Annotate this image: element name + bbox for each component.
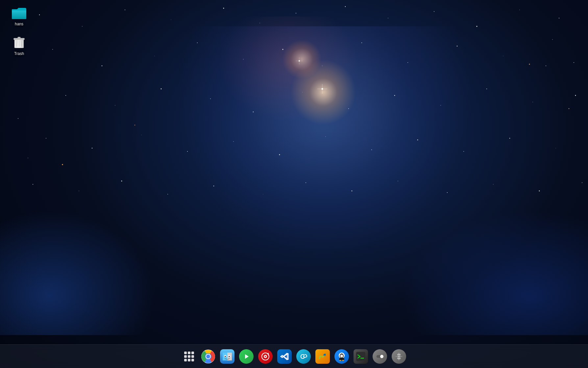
svg-point-72 [552, 39, 553, 40]
svg-point-45 [417, 140, 418, 141]
svg-point-19 [322, 66, 322, 66]
svg-point-55 [306, 182, 306, 183]
svg-point-48 [555, 148, 556, 148]
svg-point-65 [299, 60, 300, 62]
svg-point-73 [569, 108, 569, 109]
system-settings-button[interactable] [390, 348, 407, 365]
qq-button[interactable] [333, 348, 350, 365]
media-player-button[interactable] [238, 348, 255, 365]
svg-point-42 [279, 154, 280, 155]
nebula-blue-left [0, 203, 164, 335]
terminal-icon [354, 349, 368, 364]
svg-point-30 [302, 92, 303, 92]
vscode-icon [277, 349, 292, 364]
svg-point-71 [574, 62, 574, 63]
app-grid-icon [184, 352, 194, 361]
svg-point-52 [167, 194, 168, 195]
svg-point-74 [18, 118, 18, 119]
app-grid-button[interactable] [181, 348, 198, 365]
hans-folder-icon[interactable]: hans [6, 3, 32, 28]
trash-image [11, 34, 27, 50]
chrome-button[interactable] [200, 348, 217, 365]
finder-button[interactable] [219, 348, 236, 365]
svg-point-33 [440, 105, 441, 106]
svg-point-54 [263, 194, 263, 195]
media-play-icon [239, 349, 254, 364]
svg-point-69 [529, 64, 530, 65]
terminal-button[interactable] [352, 348, 369, 365]
matlab-icon [315, 349, 330, 364]
matlab-button[interactable] [314, 348, 331, 365]
svg-point-121 [398, 355, 400, 357]
svg-point-44 [371, 149, 372, 150]
chrome-icon [201, 349, 215, 364]
svg-point-12 [559, 18, 559, 18]
svg-point-70 [135, 125, 135, 125]
svg-point-20 [361, 42, 362, 43]
netease-icon [258, 349, 273, 364]
trash-label: Trash [14, 51, 24, 57]
svg-point-41 [233, 141, 234, 142]
hans-folder-image [11, 5, 27, 20]
glow-star-top [282, 39, 322, 79]
svg-point-26 [115, 105, 115, 105]
svg-point-111 [343, 355, 343, 355]
netease-music-button[interactable] [257, 348, 274, 365]
nebula-pink [206, 16, 370, 132]
svg-point-24 [546, 66, 546, 66]
svg-point-11 [519, 10, 520, 10]
svg-point-15 [154, 56, 155, 56]
svg-point-40 [187, 151, 188, 152]
glow-star-center [290, 59, 356, 125]
finder-icon [220, 349, 234, 364]
toggle-button[interactable] [371, 348, 388, 365]
svg-point-39 [141, 135, 141, 135]
nebula-center [176, 26, 472, 257]
svg-point-8 [388, 18, 388, 18]
ftp-button[interactable] [295, 348, 312, 365]
svg-point-21 [407, 62, 408, 63]
svg-point-36 [575, 95, 576, 96]
vscode-button[interactable] [276, 348, 293, 365]
svg-point-3 [171, 19, 171, 20]
svg-point-18 [282, 49, 283, 50]
svg-point-34 [486, 89, 487, 89]
svg-point-58 [447, 192, 448, 193]
svg-point-27 [161, 89, 162, 90]
svg-point-1 [82, 26, 83, 27]
svg-point-2 [125, 10, 125, 10]
svg-point-75 [28, 158, 28, 158]
svg-point-35 [532, 102, 533, 102]
svg-point-23 [503, 56, 503, 56]
svg-point-17 [243, 59, 244, 60]
svg-point-10 [477, 26, 478, 27]
svg-point-0 [39, 14, 40, 15]
svg-point-22 [457, 46, 458, 47]
svg-point-97 [225, 356, 226, 357]
svg-point-68 [62, 164, 63, 165]
svg-point-7 [345, 6, 346, 7]
trash-icon[interactable]: Trash [6, 33, 32, 58]
svg-point-47 [509, 138, 510, 139]
svg-point-56 [352, 191, 353, 192]
svg-marker-99 [245, 354, 249, 359]
svg-point-53 [213, 186, 214, 186]
svg-point-114 [342, 360, 344, 361]
svg-point-102 [265, 356, 266, 357]
toggle-icon [373, 349, 387, 364]
starfield [0, 0, 588, 368]
qq-icon [334, 349, 349, 364]
svg-point-31 [348, 108, 349, 109]
svg-point-61 [582, 182, 582, 183]
desktop: hans [0, 0, 588, 368]
svg-point-38 [92, 148, 92, 148]
nebula-blue-right [391, 203, 588, 335]
svg-point-46 [463, 151, 464, 152]
taskbar [0, 344, 588, 368]
svg-point-9 [434, 11, 434, 12]
svg-point-113 [339, 360, 341, 361]
svg-point-29 [253, 112, 254, 112]
svg-point-28 [210, 98, 211, 99]
svg-point-25 [65, 95, 66, 96]
svg-rect-81 [18, 37, 21, 38]
